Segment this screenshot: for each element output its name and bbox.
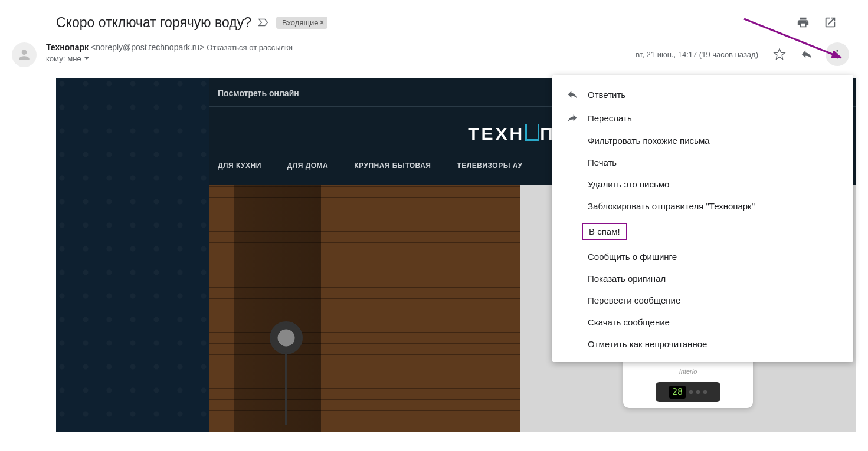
meta-actions: вт, 21 июн., 14:17 (19 часов назад) bbox=[636, 42, 856, 66]
nav-tv[interactable]: ТЕЛЕВИЗОРЫ АУ bbox=[457, 162, 522, 170]
avatar[interactable] bbox=[12, 42, 37, 67]
open-new-window-icon[interactable] bbox=[822, 14, 838, 31]
important-marker-icon[interactable] bbox=[257, 16, 270, 29]
menu-original[interactable]: • Показать оригинал bbox=[552, 268, 853, 289]
menu-block[interactable]: • Заблокировать отправителя "Технопарк" bbox=[552, 195, 853, 217]
heater-temp: 28 bbox=[669, 386, 686, 399]
svg-point-2 bbox=[836, 57, 838, 58]
to-line[interactable]: кому: мне bbox=[46, 54, 636, 63]
brand-pre: ТЕХН bbox=[468, 124, 525, 143]
nav-kitchen[interactable]: ДЛЯ КУХНИ bbox=[218, 162, 261, 170]
star-icon[interactable] bbox=[771, 46, 788, 62]
menu-spam-label: В спам! bbox=[582, 223, 627, 240]
to-prefix: кому: bbox=[46, 54, 65, 63]
menu-translate[interactable]: • Перевести сообщение bbox=[552, 289, 853, 311]
nav-large-appliances[interactable]: КРУПНАЯ БЫТОВАЯ bbox=[354, 162, 431, 170]
menu-reply-label: Ответить bbox=[588, 90, 625, 100]
menu-reply[interactable]: Ответить bbox=[552, 83, 853, 106]
close-icon[interactable]: × bbox=[320, 18, 325, 27]
unsubscribe-link[interactable]: Отказаться от рассылки bbox=[207, 43, 293, 52]
menu-unread-label: Отметить как непрочитанное bbox=[588, 339, 707, 349]
shower-fixture bbox=[278, 321, 294, 416]
more-options-menu: Ответить Переслать • Фильтровать похожие… bbox=[552, 75, 853, 362]
print-icon[interactable] bbox=[795, 14, 811, 31]
sender-info: Технопарк <noreply@post.technopark.ru> О… bbox=[46, 42, 636, 63]
more-options-button[interactable] bbox=[826, 42, 849, 66]
email-header: Скоро отключат горячую воду? Входящие × bbox=[0, 0, 868, 37]
menu-download[interactable]: • Скачать сообщение bbox=[552, 311, 853, 333]
subject-text: Скоро отключат горячую воду? bbox=[56, 15, 251, 31]
menu-original-label: Показать оригинал bbox=[588, 274, 666, 284]
bathroom-wall bbox=[209, 185, 520, 432]
menu-filter[interactable]: • Фильтровать похожие письма bbox=[552, 130, 853, 152]
menu-spam[interactable]: • В спам! bbox=[552, 217, 853, 246]
menu-block-label: Заблокировать отправителя "Технопарк" bbox=[588, 201, 755, 211]
nav-home[interactable]: ДЛЯ ДОМА bbox=[287, 162, 328, 170]
chevron-down-icon[interactable] bbox=[84, 54, 90, 63]
menu-delete[interactable]: • Удалить это письмо bbox=[552, 173, 853, 195]
menu-filter-label: Фильтровать похожие письма bbox=[588, 136, 710, 146]
sender-row: Технопарк <noreply@post.technopark.ru> О… bbox=[0, 37, 868, 67]
menu-unread[interactable]: • Отметить как непрочитанное bbox=[552, 333, 853, 355]
forward-icon bbox=[566, 112, 588, 124]
reply-icon bbox=[566, 88, 588, 100]
reply-icon[interactable] bbox=[798, 46, 815, 62]
heater-control-panel: 28 bbox=[656, 382, 720, 402]
menu-translate-label: Перевести сообщение bbox=[588, 295, 680, 305]
email-timestamp: вт, 21 июн., 14:17 (19 часов назад) bbox=[636, 50, 758, 59]
heater-model: Interio bbox=[623, 368, 753, 375]
header-actions bbox=[795, 14, 856, 31]
menu-delete-label: Удалить это письмо bbox=[588, 179, 669, 189]
sender-email: <noreply@post.technopark.ru> bbox=[91, 42, 204, 52]
menu-download-label: Скачать сообщение bbox=[588, 317, 670, 327]
menu-phishing-label: Сообщить о фишинге bbox=[588, 252, 677, 262]
inbox-label-chip[interactable]: Входящие × bbox=[276, 17, 327, 29]
sender-line: Технопарк <noreply@post.technopark.ru> О… bbox=[46, 42, 636, 52]
menu-print[interactable]: • Печать bbox=[552, 152, 853, 173]
sender-name: Технопарк bbox=[46, 42, 89, 52]
brand-o-icon bbox=[525, 124, 539, 141]
menu-phishing[interactable]: • Сообщить о фишинге bbox=[552, 246, 853, 268]
menu-forward-label: Переслать bbox=[588, 113, 632, 123]
svg-point-1 bbox=[836, 53, 838, 55]
inbox-label-text: Входящие bbox=[282, 18, 319, 27]
menu-forward[interactable]: Переслать bbox=[552, 106, 853, 130]
svg-point-0 bbox=[836, 50, 838, 52]
menu-print-label: Печать bbox=[588, 157, 617, 167]
to-value: мне bbox=[67, 54, 81, 63]
